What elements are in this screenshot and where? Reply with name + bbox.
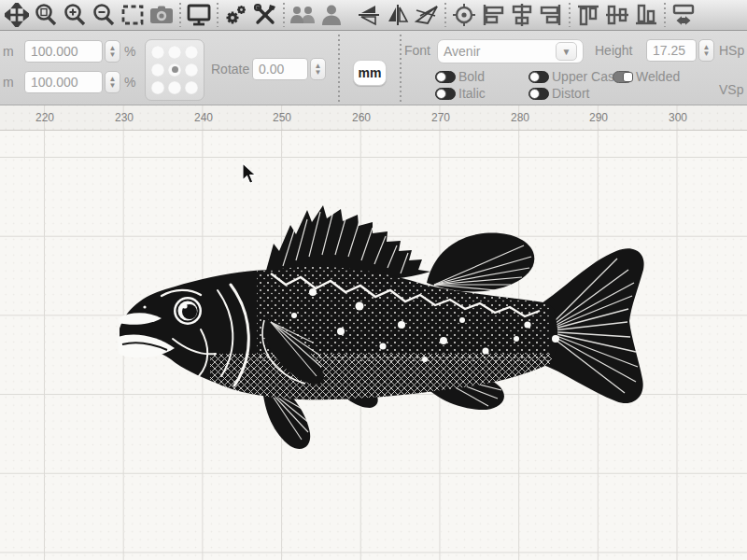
toolbar-separator: [566, 3, 572, 27]
main-toolbar: [0, 0, 747, 31]
toggle-switch-icon: [529, 71, 549, 83]
align-center-horizontal-button[interactable]: [507, 1, 536, 29]
mirror-vertical-icon: [386, 3, 410, 27]
select-marquee-icon: [120, 3, 145, 27]
align-bottom-icon: [634, 3, 658, 27]
single-user-icon: [319, 3, 344, 27]
stepper-down-icon: ▼: [109, 51, 117, 58]
horizontal-ruler: 220 230 240 250 260 270 280 290 300 310: [0, 105, 747, 131]
align-bottom-button[interactable]: [631, 1, 660, 29]
tools-wrench-icon: [253, 3, 277, 27]
zoom-in-icon: [63, 3, 87, 27]
align-middle-button[interactable]: [602, 1, 631, 29]
anchor-bottom-right[interactable]: [185, 81, 198, 94]
ruler-tick: 280: [511, 111, 529, 124]
ruler-tick: 220: [35, 111, 54, 124]
pan-tool-button[interactable]: [2, 1, 31, 29]
y-scale-stepper[interactable]: ▲▼: [105, 71, 120, 93]
font-value: Avenir: [444, 44, 480, 59]
y-scale-input[interactable]: 100.000: [24, 71, 103, 93]
align-right-icon: [539, 3, 563, 27]
bold-toggle[interactable]: Bold: [435, 69, 485, 84]
display-button[interactable]: [184, 1, 213, 29]
settings-panel: m 100.000 ▲▼ % m 100.000 ▲▼ % Rotate 0.0…: [0, 31, 747, 105]
ruler-tick: 270: [431, 111, 450, 124]
distort-toggle[interactable]: Distort: [529, 86, 589, 101]
anchor-center[interactable]: [168, 63, 181, 77]
ruler-tick: 260: [352, 111, 371, 124]
single-user-button[interactable]: [317, 1, 345, 29]
zoom-in-button[interactable]: [60, 1, 89, 29]
anchor-top-left[interactable]: [151, 46, 164, 59]
group-users-icon: [289, 3, 316, 27]
align-top-button[interactable]: [573, 1, 602, 29]
toolbar-separator: [442, 3, 448, 27]
height-label: Height: [595, 43, 632, 58]
upper-case-toggle[interactable]: Upper Case: [529, 69, 622, 84]
move-to-center-button[interactable]: [449, 1, 478, 29]
stepper-down-icon: ▼: [315, 69, 322, 76]
anchor-top-center[interactable]: [168, 46, 181, 59]
font-combobox[interactable]: Avenir ▼: [437, 39, 584, 63]
panel-separator: [400, 35, 402, 102]
toggle-switch-icon: [435, 88, 456, 100]
x-scale-unit-label: m: [3, 44, 14, 59]
align-center-horizontal-icon: [510, 3, 534, 27]
align-top-icon: [576, 3, 600, 27]
mirror-horizontal-button[interactable]: [354, 1, 383, 29]
fish-illustration[interactable]: [117, 199, 658, 453]
toolbar-separator: [661, 3, 668, 27]
group-users-button[interactable]: [288, 1, 317, 29]
x-scale-input[interactable]: 100.000: [24, 40, 103, 63]
vspace-label: VSp: [719, 82, 743, 97]
y-scale-unit-label: m: [3, 75, 14, 90]
settings-gears-icon: [224, 3, 248, 27]
x-scale-stepper[interactable]: ▲▼: [105, 40, 120, 63]
select-marquee-button[interactable]: [118, 1, 147, 29]
panel-separator: [338, 35, 340, 102]
rotate-label: Rotate: [211, 62, 249, 77]
anchor-bottom-center[interactable]: [168, 81, 181, 94]
zoom-to-page-button[interactable]: [31, 1, 60, 29]
stepper-down-icon: ▼: [109, 82, 117, 89]
vector-editor-window: m 100.000 ▲▼ % m 100.000 ▲▼ % Rotate 0.0…: [0, 0, 747, 560]
y-scale-percent-label: %: [124, 75, 135, 90]
rotate-stepper[interactable]: ▲▼: [310, 58, 326, 80]
toolbar-separator: [176, 3, 183, 27]
align-right-button[interactable]: [536, 1, 565, 29]
dimensions-button[interactable]: [669, 1, 698, 29]
italic-toggle[interactable]: Italic: [435, 86, 486, 101]
rotate-input[interactable]: 0.00: [252, 58, 308, 80]
mirror-horizontal-icon: [357, 3, 381, 27]
anchor-top-right[interactable]: [185, 46, 198, 59]
toolbar-separator: [280, 3, 287, 27]
units-mm-button[interactable]: mm: [353, 60, 387, 86]
zoom-to-page-icon: [34, 3, 58, 27]
height-input[interactable]: 17.25: [646, 39, 697, 62]
zoom-out-button[interactable]: [89, 1, 118, 29]
anchor-point-grid[interactable]: [145, 39, 204, 101]
welded-toggle[interactable]: Welded: [613, 69, 680, 84]
move-to-center-icon: [452, 3, 476, 27]
anchor-bottom-left[interactable]: [151, 81, 164, 94]
mirror-vertical-button[interactable]: [383, 1, 412, 29]
align-left-button[interactable]: [478, 1, 507, 29]
design-canvas[interactable]: [0, 131, 747, 560]
tools-wrench-button[interactable]: [250, 1, 279, 29]
anchor-middle-right[interactable]: [185, 63, 198, 77]
align-middle-icon: [605, 3, 629, 27]
align-left-icon: [481, 3, 505, 27]
dimensions-icon: [670, 3, 697, 27]
skew-button[interactable]: [412, 1, 441, 29]
ruler-tick: 230: [115, 111, 134, 124]
toggle-switch-icon: [529, 88, 549, 100]
camera-capture-button[interactable]: [147, 1, 176, 29]
stepper-down-icon: ▼: [703, 50, 711, 57]
height-stepper[interactable]: ▲▼: [698, 39, 714, 62]
toggle-switch-icon: [613, 71, 633, 83]
toolbar-separator: [214, 3, 220, 27]
settings-gears-button[interactable]: [221, 1, 250, 29]
anchor-middle-left[interactable]: [151, 63, 164, 77]
chevron-down-icon[interactable]: ▼: [556, 42, 577, 61]
skew-icon: [415, 3, 439, 27]
